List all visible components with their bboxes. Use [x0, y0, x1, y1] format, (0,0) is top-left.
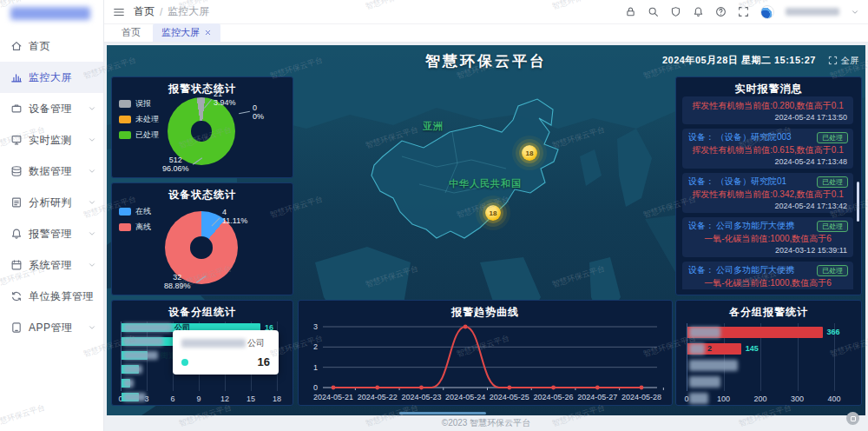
pie-callout: 00% [253, 103, 264, 122]
tab-monitor-screen[interactable]: 监控大屏 [153, 23, 220, 42]
sidebar-item-label: APP管理 [29, 321, 88, 335]
censored-label [689, 360, 738, 371]
svg-text:0: 0 [313, 383, 318, 392]
device-status-panel: 设备状态统计 在线 离线 411.11%3288.89% [111, 182, 293, 295]
alarm-trend-chart: 32102024-05-212024-05-222024-05-232024-0… [299, 315, 672, 403]
sidebar-item-realtime[interactable]: 实时监测 [0, 124, 103, 156]
pie-callout: 3288.89% [164, 273, 191, 291]
legend-label: 离线 [135, 222, 151, 233]
legend-label: 误报 [135, 98, 151, 109]
svg-text:3: 3 [313, 322, 318, 331]
avatar[interactable] [760, 5, 774, 19]
shield-icon[interactable] [670, 6, 681, 17]
legend-item[interactable]: 已处理 [119, 129, 159, 141]
fullscreen-icon[interactable] [738, 6, 749, 17]
censored-label [123, 351, 158, 360]
svg-text:2024-05-28: 2024-05-28 [621, 393, 661, 401]
legend-chip [119, 131, 131, 139]
group-alarms-panel: 各分组报警统计 01002003004003662145 [675, 300, 862, 406]
sidebar-item-analysis[interactable]: 分析研判 [0, 187, 103, 218]
alarm-text: 挥发性有机物当前值:0.342,数值高于0.1 [688, 189, 847, 201]
legend-chip [119, 116, 131, 123]
map-label-continent: 亚洲 [423, 120, 444, 133]
search-icon[interactable] [648, 6, 659, 17]
sidebar-item-app[interactable]: APP管理 [0, 312, 103, 343]
close-icon[interactable] [204, 29, 212, 36]
panel-title: 实时报警消息 [676, 77, 861, 96]
footer-copyright: ©2023 智慧环保云平台 [104, 417, 868, 429]
alarm-message[interactable]: 设备： 公司多功能厅大便携 已处理一氧-化碳当前值:1000,数值高于6 202… [682, 217, 853, 257]
legend-chip [119, 223, 131, 231]
datetime: 2024年05月28日 星期二 15:15:27 [662, 54, 816, 67]
alarm-time: 2024-05-24 17:13:50 [688, 113, 847, 122]
topbar: 首页 / 监控大屏 [104, 0, 868, 24]
status-badge: 已处理 [817, 265, 848, 276]
app-logo [10, 7, 90, 20]
sidebar-item-system[interactable]: 系统管理 [0, 249, 103, 281]
pie-callout: 51296.06% [162, 156, 189, 174]
sidebar-item-alarm[interactable]: 报警管理 [0, 218, 103, 249]
help-icon[interactable] [715, 6, 727, 17]
device-name: （设备）研究院01 [716, 176, 786, 188]
breadcrumb-current: 监控大屏 [168, 4, 209, 19]
legend-label: 未处理 [135, 114, 159, 125]
document-icon [10, 196, 23, 209]
tab-home[interactable]: 首页 [113, 23, 149, 42]
legend-item[interactable]: 误报 [119, 98, 159, 109]
alarm-message[interactable]: 设备： 公司多功能厅大便携 已处理一氧-化碳当前值:1000,数值高于6 202… [682, 262, 853, 289]
device-label: 设备： [688, 264, 714, 276]
pie-callout: 213.94% [214, 90, 236, 108]
sidebar-item-monitor-screen[interactable]: 监控大屏 [0, 62, 103, 93]
bell-icon[interactable] [693, 6, 704, 17]
hamburger-icon[interactable] [113, 6, 125, 18]
panel-title: 报警状态统计 [112, 77, 293, 96]
breadcrumb-separator: / [160, 6, 162, 18]
legend-item[interactable]: 未处理 [119, 114, 159, 125]
censored-label [123, 337, 163, 346]
chevron-down-icon [88, 261, 96, 269]
sidebar-item-home[interactable]: 首页 [0, 30, 103, 62]
censored-label [123, 393, 146, 401]
censored-label [689, 376, 720, 388]
device-status-legend: 在线 离线 [119, 206, 151, 233]
sidebar-item-label: 系统管理 [29, 258, 88, 273]
lock-icon[interactable] [625, 6, 636, 17]
briefcase-icon [10, 103, 23, 115]
tooltip-series-dot [181, 359, 188, 366]
panel-title: 设备状态统计 [112, 183, 293, 202]
bar-label-fragment: 2 [707, 343, 712, 355]
breadcrumb-home[interactable]: 首页 [134, 4, 155, 19]
censored-label [123, 379, 134, 388]
alarm-time: 2024-03-12 15:39:11 [688, 246, 847, 255]
alarm-messages-panel: 实时报警消息 挥发性有机物当前值:0.280,数值高于0.1 2024-05-2… [675, 76, 862, 295]
chevron-down-icon [88, 104, 96, 113]
alarm-status-legend: 误报 未处理 已处理 [119, 98, 159, 141]
alarm-text: 挥发性有机物当前值:0.615,数值高于0.1 [688, 144, 847, 156]
chevron-down-icon [88, 136, 96, 144]
map-marker[interactable]: 18 [522, 145, 537, 161]
scrollbar-thumb[interactable] [857, 182, 859, 222]
horizontal-scrollbar-thumb[interactable] [399, 412, 486, 414]
alarm-message[interactable]: 设备： （设备）研究院003 已处理挥发性有机物当前值:0.615,数值高于0.… [682, 129, 853, 169]
map-marker[interactable]: 18 [485, 205, 501, 221]
device-label: 设备： [688, 220, 714, 232]
status-badge: 已处理 [817, 132, 848, 143]
sidebar-item-unit-convert[interactable]: 单位换算管理 [0, 281, 103, 312]
svg-text:2024-05-23: 2024-05-23 [401, 393, 441, 401]
alarm-message[interactable]: 设备： （设备）研究院01 已处理挥发性有机物当前值:0.342,数值高于0.1… [682, 173, 853, 213]
device-groups-panel: 设备分组统计 0369121518公司16街道 公司 16 [111, 300, 293, 406]
legend-label: 已处理 [135, 129, 159, 141]
sidebar-nav: 首页 监控大屏 设备管理 实时监测 数据管理 分析研判 报警管理 系统管理 单位… [0, 30, 103, 343]
alarm-message[interactable]: 挥发性有机物当前值:0.280,数值高于0.1 2024-05-24 17:13… [682, 96, 853, 124]
legend-item[interactable]: 离线 [119, 222, 151, 233]
fullscreen-button[interactable]: 全屏 [828, 55, 858, 67]
sidebar-item-data[interactable]: 数据管理 [0, 156, 103, 187]
chevron-down-icon [88, 167, 96, 176]
sidebar-item-device[interactable]: 设备管理 [0, 93, 103, 124]
sidebar-item-label: 设备管理 [29, 102, 88, 116]
sidebar-item-label: 数据管理 [29, 164, 88, 179]
floating-action-button[interactable] [846, 412, 859, 425]
legend-item[interactable]: 在线 [119, 206, 151, 217]
alarm-time: 2024-05-24 17:13:48 [688, 157, 847, 166]
chevron-down-icon[interactable] [851, 8, 859, 17]
